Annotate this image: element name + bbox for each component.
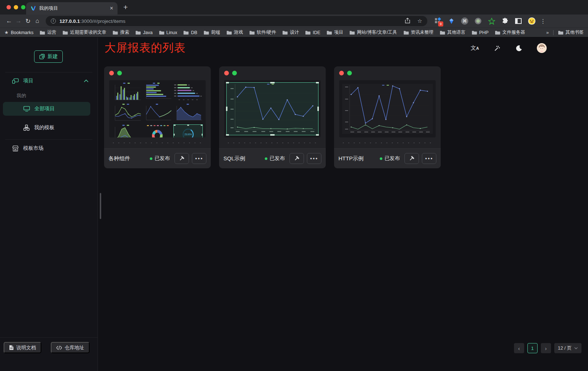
- folder-icon: [62, 30, 68, 35]
- copy-plus-icon: [39, 54, 45, 59]
- browser-tab[interactable]: 我的项目 ×: [26, 2, 118, 15]
- mini-area-chart: [173, 103, 203, 123]
- project-thumbnail: 25.00%: [109, 80, 206, 137]
- selected-chart-panel: [226, 82, 318, 135]
- project-card[interactable]: SQL示例 已发布 ●●●: [219, 66, 326, 168]
- thumbnail-dotline: [340, 137, 435, 147]
- project-card[interactable]: HTTP示例 已发布 ●●●: [334, 66, 441, 168]
- chevron-down-icon: [574, 347, 578, 349]
- home-icon[interactable]: ⌂: [33, 17, 42, 25]
- bookmark-folder[interactable]: 近期需要读的文章: [62, 29, 106, 36]
- chevron-up-icon[interactable]: [84, 79, 89, 82]
- extension-gem-icon[interactable]: [447, 17, 455, 25]
- bookmark-folder[interactable]: 资讯未整理: [403, 29, 434, 36]
- extensions-puzzle-icon[interactable]: [501, 17, 509, 25]
- current-page-button[interactable]: 1: [527, 343, 538, 353]
- status-dot-icon: [380, 157, 382, 160]
- bookmark-folder[interactable]: 软件/硬件: [249, 29, 276, 36]
- chart-panel: [342, 84, 433, 134]
- extension-record-icon[interactable]: [474, 17, 482, 25]
- bookmark-folder[interactable]: 运营: [40, 29, 56, 36]
- bookmark-folder[interactable]: 其他语言: [440, 29, 465, 36]
- bookmark-folder[interactable]: 搜索: [112, 29, 129, 36]
- edit-project-button[interactable]: [404, 153, 419, 164]
- bookmark-folder[interactable]: Linux: [159, 30, 177, 35]
- bookmark-folder[interactable]: 设计: [282, 29, 299, 36]
- docs-button[interactable]: 说明文档: [4, 342, 41, 353]
- sidebar-section-project[interactable]: 项目: [0, 74, 98, 87]
- bookmark-folder[interactable]: 游戏: [226, 29, 243, 36]
- new-project-button[interactable]: 新建: [34, 50, 63, 63]
- mini-green-area-chart: [112, 124, 141, 137]
- folder-icon: [159, 30, 164, 35]
- browser-tab-strip: 我的项目 × +: [0, 0, 588, 15]
- bookmark-folder[interactable]: 网站/博客/文章/工具: [349, 29, 397, 36]
- sidebar-toggle-icon[interactable]: [514, 17, 522, 25]
- bookmark-folder[interactable]: 文件服务器: [495, 29, 525, 36]
- theme-wand-icon[interactable]: [493, 44, 501, 53]
- hammer-icon: [409, 156, 415, 161]
- blocks-icon: [23, 124, 30, 131]
- address-bar[interactable]: i 127.0.0.1:3000/#/project/items ☆: [46, 16, 427, 26]
- more-actions-button[interactable]: ●●●: [422, 153, 436, 164]
- green-dot-icon: [347, 71, 352, 75]
- forward-icon[interactable]: →: [14, 17, 23, 25]
- repo-button[interactable]: 仓库地址: [51, 342, 90, 353]
- bookmark-folder[interactable]: IDE: [305, 30, 320, 35]
- bookmark-folder[interactable]: PHP: [472, 30, 489, 35]
- sidebar-item-my-templates[interactable]: 我的模板: [0, 121, 98, 135]
- close-window-button[interactable]: [7, 5, 11, 9]
- dark-mode-moon-icon[interactable]: [515, 44, 523, 53]
- minimize-window-button[interactable]: [14, 5, 18, 9]
- profile-avatar-icon[interactable]: [528, 17, 536, 25]
- bookmarks-right: » 其他书签: [546, 29, 584, 36]
- back-icon[interactable]: ←: [4, 17, 14, 25]
- extension-command-icon[interactable]: ⌘: [461, 17, 469, 25]
- next-page-button[interactable]: ›: [541, 343, 551, 353]
- bookmark-star-icon[interactable]: ☆: [418, 18, 422, 24]
- mini-bar-chart: [112, 82, 141, 102]
- project-thumbnail: [339, 80, 436, 137]
- sidebar-footer: 说明文档 仓库地址: [0, 337, 98, 371]
- project-card[interactable]: 25.00% 各种组件 已发布: [104, 66, 211, 168]
- mini-line-chart: [143, 103, 172, 123]
- status-dot-icon: [265, 157, 267, 160]
- bookmark-folder[interactable]: 前端: [203, 29, 220, 36]
- share-icon[interactable]: [405, 18, 410, 25]
- prev-page-button[interactable]: ‹: [514, 343, 524, 353]
- sidebar-item-all-projects[interactable]: 全部项目: [3, 102, 90, 116]
- project-name: SQL示例: [223, 155, 262, 162]
- more-actions-button[interactable]: ●●●: [192, 153, 206, 164]
- site-info-icon[interactable]: i: [51, 18, 56, 24]
- folder-icon: [135, 30, 141, 35]
- page-size-select[interactable]: 12 / 页: [554, 343, 581, 353]
- maximize-window-button[interactable]: [21, 5, 25, 9]
- more-actions-button[interactable]: ●●●: [307, 153, 321, 164]
- extension-grid-icon[interactable]: 9: [434, 17, 442, 25]
- extensions-zone: 9 ⌘: [434, 17, 536, 25]
- tab-close-icon[interactable]: ×: [110, 5, 113, 11]
- other-bookmarks[interactable]: 其他书签: [558, 29, 584, 36]
- bookmark-folder[interactable]: Java: [135, 30, 152, 35]
- browser-menu-icon[interactable]: ⋮: [540, 18, 546, 25]
- user-avatar[interactable]: [537, 43, 547, 53]
- bookmarks-overflow-icon[interactable]: »: [546, 30, 549, 35]
- new-tab-button[interactable]: +: [123, 3, 128, 12]
- bookmark-folder[interactable]: DB: [183, 30, 197, 35]
- reload-icon[interactable]: ↻: [23, 17, 33, 25]
- edit-project-button[interactable]: [289, 153, 304, 164]
- sidebar-item-template-market[interactable]: 模板市场: [0, 142, 98, 155]
- card-window-dots: [339, 71, 436, 75]
- bookmark-folder[interactable]: 项目: [326, 29, 343, 36]
- mini-donut-chart: [143, 124, 172, 137]
- extension-star-icon[interactable]: [488, 17, 496, 25]
- storefront-icon: [12, 145, 19, 152]
- language-icon[interactable]: 文A: [470, 44, 479, 53]
- bookmarks-separator: [553, 30, 554, 35]
- url-text[interactable]: 127.0.0.1:3000/#/project/items: [59, 18, 398, 24]
- window-controls[interactable]: [7, 5, 25, 9]
- folder-icon: [305, 30, 311, 35]
- edit-project-button[interactable]: [174, 153, 189, 164]
- scrollbar-thumb[interactable]: [100, 193, 101, 219]
- bookmarks-manager[interactable]: ★ Bookmarks: [4, 30, 33, 35]
